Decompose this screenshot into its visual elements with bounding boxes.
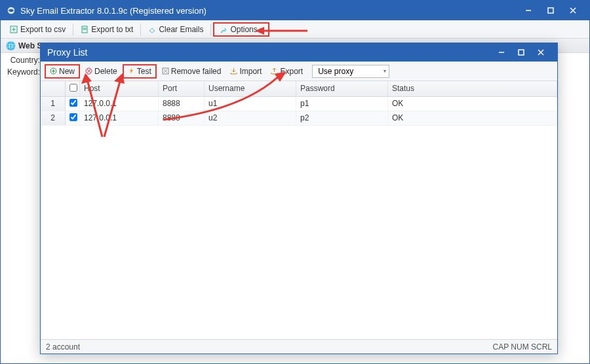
row-checkbox[interactable] xyxy=(69,99,77,107)
grid-header: Host Port Username Password Status xyxy=(41,81,557,97)
svg-rect-10 xyxy=(519,50,524,55)
use-proxy-combo[interactable]: Use proxy ▾ xyxy=(312,65,389,78)
export-txt-button[interactable]: Export to txt xyxy=(75,23,138,36)
delete-icon xyxy=(85,67,92,75)
chevron-down-icon: ▾ xyxy=(384,68,386,74)
proxy-close-button[interactable] xyxy=(531,43,551,62)
main-title: Sky Email Extractor 8.0.1.9c (Registered… xyxy=(20,6,206,16)
options-button[interactable]: Options ▾ xyxy=(213,22,269,37)
proxy-maximize-button[interactable] xyxy=(511,43,531,62)
col-username[interactable]: Username xyxy=(205,81,296,96)
row-checkbox[interactable] xyxy=(69,113,77,121)
proxy-list-window: Proxy List New Delete Test Remove failed… xyxy=(40,43,558,354)
test-button[interactable]: Test xyxy=(123,64,157,79)
status-account-count: 2 account xyxy=(46,342,80,352)
import-button[interactable]: Import xyxy=(226,65,266,77)
proxy-grid[interactable]: Host Port Username Password Status 1127.… xyxy=(41,81,557,339)
globe-icon: 🌐 xyxy=(6,41,16,50)
proxy-minimize-button[interactable] xyxy=(492,43,511,62)
new-button[interactable]: New xyxy=(45,64,80,79)
export-txt-icon xyxy=(81,26,88,33)
eraser-icon xyxy=(148,26,156,33)
export-csv-button[interactable]: Export to csv xyxy=(5,23,71,36)
delete-button[interactable]: Delete xyxy=(81,65,121,77)
main-toolbar: Export to csv Export to txt Clear Emails… xyxy=(1,20,589,39)
chevron-down-icon: ▾ xyxy=(260,26,263,32)
keyword-label: Keyword: xyxy=(6,67,40,77)
export-csv-icon xyxy=(10,26,18,33)
country-label: Country: xyxy=(6,56,40,65)
svg-rect-2 xyxy=(548,8,553,13)
col-host[interactable]: Host xyxy=(80,81,159,96)
maximize-button[interactable] xyxy=(540,1,562,20)
clear-emails-button[interactable]: Clear Emails xyxy=(143,23,208,36)
select-all-checkbox[interactable] xyxy=(69,84,77,92)
import-icon xyxy=(230,67,237,75)
proxy-toolbar: New Delete Test Remove failed Import Exp… xyxy=(41,62,557,81)
wrench-icon xyxy=(220,26,227,33)
table-row[interactable]: 1127.0.0.18888u1p1OK xyxy=(41,97,557,111)
minimize-button[interactable] xyxy=(517,1,540,20)
proxy-title-text: Proxy List xyxy=(47,47,87,58)
export-button[interactable]: Export xyxy=(267,65,307,77)
main-titlebar: Sky Email Extractor 8.0.1.9c (Registered… xyxy=(1,1,589,20)
app-icon xyxy=(6,5,16,16)
export-icon xyxy=(271,67,278,75)
col-port[interactable]: Port xyxy=(159,81,205,96)
table-row[interactable]: 2127.0.0.18888u2p2OK xyxy=(41,111,557,126)
remove-failed-button[interactable]: Remove failed xyxy=(158,65,226,77)
proxy-statusbar: 2 account CAP NUM SCRL xyxy=(41,339,557,354)
col-status[interactable]: Status xyxy=(388,81,557,96)
col-password[interactable]: Password xyxy=(296,81,388,96)
plus-icon xyxy=(50,67,57,75)
proxy-titlebar: Proxy List xyxy=(41,43,557,62)
close-button[interactable] xyxy=(562,1,584,20)
lightning-icon xyxy=(128,67,135,75)
status-keyboard-indicators: CAP NUM SCRL xyxy=(493,342,552,352)
remove-failed-icon xyxy=(162,67,169,75)
